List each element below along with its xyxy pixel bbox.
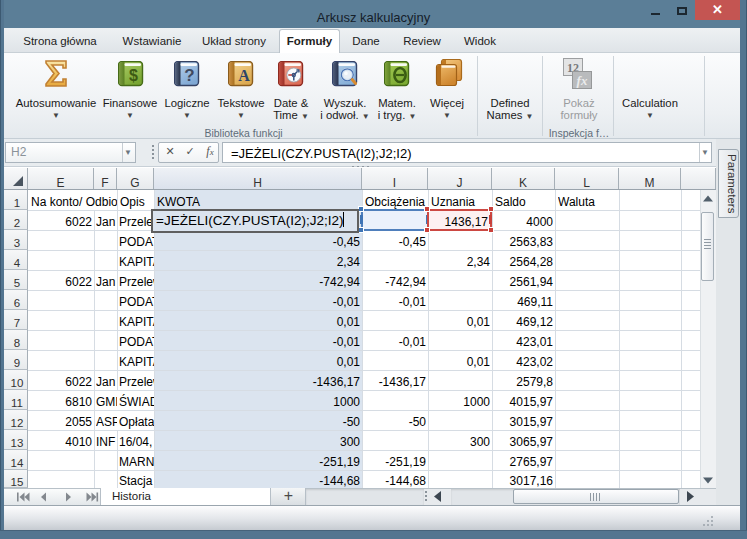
svg-text:fx: fx <box>577 73 588 88</box>
svg-text:A: A <box>238 67 250 84</box>
svg-text:$: $ <box>129 67 138 84</box>
svg-text:?: ? <box>184 66 194 85</box>
